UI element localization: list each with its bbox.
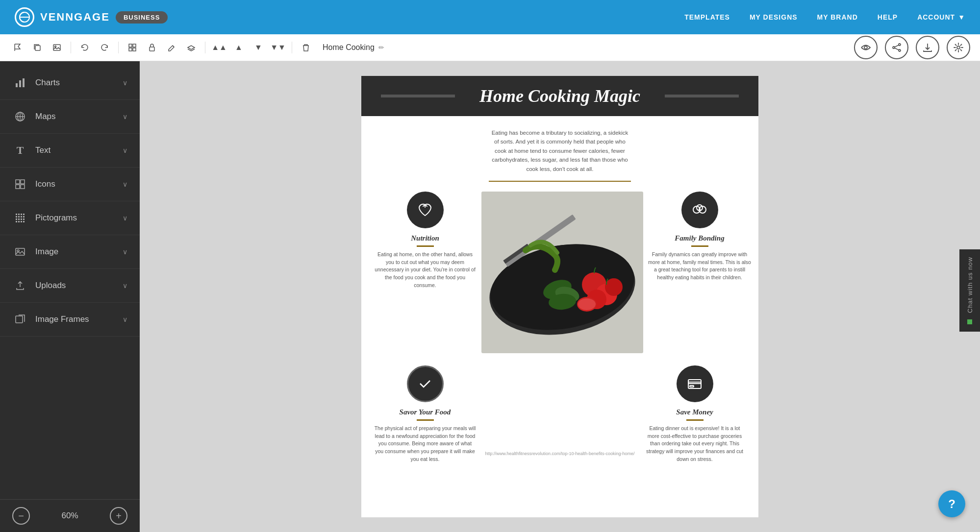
business-badge[interactable]: BUSINESS xyxy=(116,11,168,24)
infographic[interactable]: Home Cooking Magic Eating has become a t… xyxy=(361,76,758,517)
toolbar-right-icons xyxy=(854,36,970,59)
svg-rect-67 xyxy=(690,386,694,387)
zoom-out-btn[interactable]: − xyxy=(12,507,30,525)
nav-my-designs[interactable]: MY DESIGNS xyxy=(750,13,798,21)
toolbar-send-back-btn[interactable]: ▼ xyxy=(251,40,266,55)
text-label: Text xyxy=(35,145,123,155)
svg-rect-66 xyxy=(688,382,701,384)
svg-rect-33 xyxy=(16,216,17,218)
svg-rect-47 xyxy=(16,316,23,323)
logo-text: VENNGAGE xyxy=(40,11,110,24)
sidebar-item-text[interactable]: T Text ∨ xyxy=(0,134,140,168)
svg-rect-19 xyxy=(19,80,21,87)
toolbar-preview-btn[interactable] xyxy=(854,36,878,59)
savor-icon-circle xyxy=(407,365,444,402)
svg-rect-40 xyxy=(23,218,25,220)
svg-rect-27 xyxy=(16,185,20,189)
sidebar-item-image-frames[interactable]: Image Frames ∨ xyxy=(0,303,140,337)
toolbar-bring-fwd-btn[interactable]: ▲ xyxy=(231,40,247,55)
nutrition-text: Eating at home, on the other hand, allow… xyxy=(374,251,477,290)
sidebar-item-image[interactable]: Image ∨ xyxy=(0,235,140,269)
infographic-subtitle: Eating has become a tributary to sociali… xyxy=(489,128,631,173)
top-navigation: VENNGAGE BUSINESS TEMPLATES MY DESIGNS M… xyxy=(0,0,980,34)
sidebar-item-maps[interactable]: Maps ∨ xyxy=(0,100,140,134)
sidebar-item-pictograms[interactable]: Pictograms ∨ xyxy=(0,201,140,235)
svg-point-59 xyxy=(605,278,623,296)
nav-help[interactable]: HELP xyxy=(878,13,898,21)
maps-label: Maps xyxy=(35,112,123,121)
family-bonding-icon-circle xyxy=(681,192,718,228)
infographic-header: Home Cooking Magic xyxy=(361,76,758,116)
svg-rect-6 xyxy=(133,44,136,47)
svg-rect-32 xyxy=(23,214,25,215)
toolbar-bring-front-btn[interactable]: ▲▲ xyxy=(211,40,227,55)
zoom-in-btn[interactable]: + xyxy=(110,507,127,525)
image-frames-label: Image Frames xyxy=(35,314,123,324)
uploads-chevron: ∨ xyxy=(123,282,127,290)
pictograms-icon xyxy=(12,210,28,226)
doc-edit-icon[interactable]: ✏ xyxy=(378,44,384,51)
toolbar-download-btn[interactable] xyxy=(916,36,939,59)
icons-chevron: ∨ xyxy=(123,180,127,188)
uploads-icon xyxy=(12,278,28,293)
chat-widget[interactable]: Chat with us now xyxy=(959,249,980,332)
logo-area[interactable]: VENNGAGE BUSINESS xyxy=(15,7,168,27)
svg-rect-9 xyxy=(150,47,154,51)
charts-chevron: ∨ xyxy=(123,79,127,87)
doc-title[interactable]: Home Cooking xyxy=(323,43,375,52)
text-chevron: ∨ xyxy=(123,146,127,154)
svg-rect-36 xyxy=(23,216,25,218)
svg-line-16 xyxy=(895,48,899,50)
zoom-controls: − 60% + xyxy=(0,499,140,532)
nav-my-brand[interactable]: MY BRAND xyxy=(817,13,858,21)
toolbar-grid-btn[interactable] xyxy=(125,40,140,55)
svg-point-17 xyxy=(957,46,960,49)
toolbar-undo-btn[interactable] xyxy=(77,40,93,55)
sidebar-item-charts[interactable]: Charts ∨ xyxy=(0,66,140,100)
nav-links: TEMPLATES MY DESIGNS MY BRAND HELP ACCOU… xyxy=(684,13,965,21)
toolbar-send-behind-btn[interactable]: ▼▼ xyxy=(270,40,286,55)
svg-point-11 xyxy=(864,46,867,49)
toolbar-copy-btn[interactable] xyxy=(29,40,45,55)
savor-title: Savor Your Food xyxy=(374,408,477,416)
family-bonding-divider xyxy=(691,245,708,247)
nutrition-section: Nutrition Eating at home, on the other h… xyxy=(374,192,477,353)
toolbar-delete-btn[interactable] xyxy=(298,40,314,55)
toolbar-redo-btn[interactable] xyxy=(97,40,112,55)
nav-account[interactable]: ACCOUNT ▼ xyxy=(917,13,965,21)
doc-title-area: Home Cooking ✏ xyxy=(323,43,384,52)
sidebar-item-icons[interactable]: Icons ∨ xyxy=(0,168,140,201)
toolbar-edit-btn[interactable] xyxy=(164,40,179,55)
svg-point-12 xyxy=(899,44,901,46)
canvas-area[interactable]: Home Cooking Magic Eating has become a t… xyxy=(140,61,980,532)
toolbar-settings-btn[interactable] xyxy=(947,36,970,59)
svg-rect-42 xyxy=(18,221,20,222)
sidebar-item-uploads[interactable]: Uploads ∨ xyxy=(0,269,140,303)
toolbar-lock-btn[interactable] xyxy=(144,40,160,55)
family-bonding-title: Family Bonding xyxy=(648,234,751,242)
svg-line-15 xyxy=(895,45,899,47)
svg-point-14 xyxy=(899,49,901,51)
toolbar-share-btn[interactable] xyxy=(885,36,908,59)
sidebar: Charts ∨ Maps ∨ T Text ∨ xyxy=(0,61,140,532)
save-money-icon-circle xyxy=(677,365,713,402)
pictograms-label: Pictograms xyxy=(35,213,123,223)
save-money-section: Save Money Eating dinner out is expensiv… xyxy=(643,365,746,463)
center-image-container xyxy=(481,192,643,353)
help-button[interactable]: ? xyxy=(938,490,965,517)
infographic-intro-row: Eating has become a tributary to sociali… xyxy=(361,116,758,182)
intro-left-spacer xyxy=(376,128,489,182)
nav-templates[interactable]: TEMPLATES xyxy=(684,13,730,21)
toolbar-flag-btn[interactable] xyxy=(10,40,25,55)
cooking-image xyxy=(481,192,643,353)
toolbar-layers-btn[interactable] xyxy=(183,40,199,55)
svg-line-10 xyxy=(173,46,174,47)
toolbar-image-btn[interactable] xyxy=(49,40,65,55)
svg-rect-44 xyxy=(23,221,25,222)
svg-rect-38 xyxy=(18,218,20,220)
header-bar-left xyxy=(381,95,455,97)
icons-icon xyxy=(12,176,28,192)
svg-rect-18 xyxy=(16,83,18,87)
maps-icon xyxy=(12,109,28,124)
image-frames-icon xyxy=(12,312,28,327)
